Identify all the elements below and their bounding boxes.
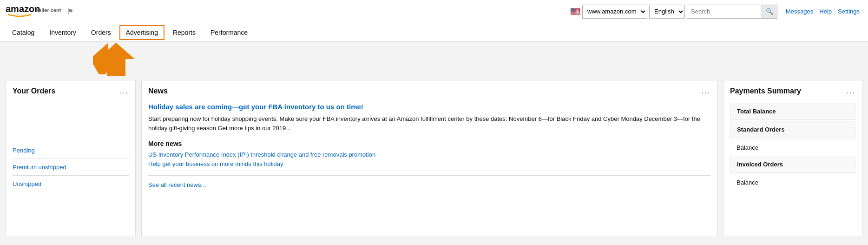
messages-link[interactable]: Messages bbox=[783, 8, 816, 15]
domain-select[interactable]: www.amazon.com bbox=[582, 5, 647, 19]
nav-performance[interactable]: Performance bbox=[204, 25, 254, 40]
news-headline-link[interactable]: Holiday sales are coming—get your FBA in… bbox=[148, 103, 710, 111]
settings-link[interactable]: Settings bbox=[835, 8, 862, 15]
flag-selector: 🇺🇸 www.amazon.com English 🔍 Messages Hel… bbox=[570, 5, 862, 19]
total-balance-section: Total Balance bbox=[730, 103, 855, 120]
svg-marker-4 bbox=[98, 43, 135, 76]
orange-arrow-pointing bbox=[98, 43, 149, 76]
invoiced-orders-section: Invoiced Orders bbox=[730, 156, 855, 173]
news-link-ipi[interactable]: US Inventory Performance Index (IPI) thr… bbox=[148, 151, 710, 158]
order-item-unshipped[interactable]: Unshipped bbox=[13, 175, 129, 192]
pin-icon: ⚑ bbox=[67, 7, 73, 16]
main-content: Your Orders ... Pending Premium unshippe… bbox=[0, 74, 868, 242]
svg-text:seller central: seller central bbox=[36, 7, 61, 13]
invoiced-orders-label: Invoiced Orders bbox=[737, 161, 783, 168]
us-flag-icon: 🇺🇸 bbox=[570, 7, 580, 17]
orders-list: Pending Premium unshipped Unshipped bbox=[13, 142, 129, 192]
news-link-holiday[interactable]: Help get your business on more minds thi… bbox=[148, 160, 710, 167]
svg-text:amazon: amazon bbox=[6, 4, 40, 14]
search-container: 🔍 bbox=[687, 5, 777, 19]
nav-reports[interactable]: Reports bbox=[166, 25, 202, 40]
standard-orders-label: Standard Orders bbox=[737, 126, 785, 133]
more-news-title: More news bbox=[148, 140, 710, 147]
payments-panel: Payments Summary ... Total Balance Stand… bbox=[723, 80, 862, 236]
nav-inventory[interactable]: Inventory bbox=[43, 25, 83, 40]
help-link[interactable]: Help bbox=[816, 8, 835, 15]
top-bar: amazon seller central ⚑ 🇺🇸 www.amazon.co… bbox=[0, 0, 868, 23]
news-panel-header: News ... bbox=[148, 87, 710, 95]
orders-panel-title: Your Orders bbox=[13, 87, 55, 95]
standard-orders-balance-label: Balance bbox=[730, 139, 855, 156]
payments-panel-title: Payments Summary bbox=[730, 87, 801, 95]
standard-orders-section: Standard Orders bbox=[730, 121, 855, 138]
orders-panel-header: Your Orders ... bbox=[13, 87, 129, 95]
total-balance-label: Total Balance bbox=[737, 108, 776, 115]
nav-catalog[interactable]: Catalog bbox=[6, 25, 41, 40]
news-body-text: Start preparing now for holiday shopping… bbox=[148, 114, 710, 132]
orders-panel: Your Orders ... Pending Premium unshippe… bbox=[6, 80, 136, 236]
amazon-logo[interactable]: amazon seller central bbox=[6, 2, 61, 21]
payments-section: Total Balance Standard Orders Balance In… bbox=[730, 103, 855, 191]
arrow-annotation bbox=[0, 42, 868, 74]
payments-panel-more[interactable]: ... bbox=[847, 87, 855, 95]
payments-panel-header: Payments Summary ... bbox=[730, 87, 855, 95]
invoiced-orders-balance-label: Balance bbox=[730, 174, 855, 191]
news-panel-title: News bbox=[148, 87, 168, 95]
order-item-premium[interactable]: Premium unshipped bbox=[13, 159, 129, 175]
top-links: Messages Help Settings bbox=[783, 8, 862, 15]
logo-area: amazon seller central ⚑ bbox=[6, 2, 73, 21]
see-all-news-link[interactable]: See all recent news... bbox=[148, 175, 710, 188]
news-panel-more[interactable]: ... bbox=[702, 87, 710, 95]
orders-panel-more[interactable]: ... bbox=[120, 87, 129, 95]
order-item-pending[interactable]: Pending bbox=[13, 142, 129, 159]
search-button[interactable]: 🔍 bbox=[762, 5, 777, 18]
news-panel: News ... Holiday sales are coming—get yo… bbox=[141, 80, 717, 236]
amazon-logo-svg: amazon seller central bbox=[6, 2, 61, 19]
language-select[interactable]: English bbox=[649, 5, 685, 19]
search-input[interactable] bbox=[687, 5, 762, 18]
